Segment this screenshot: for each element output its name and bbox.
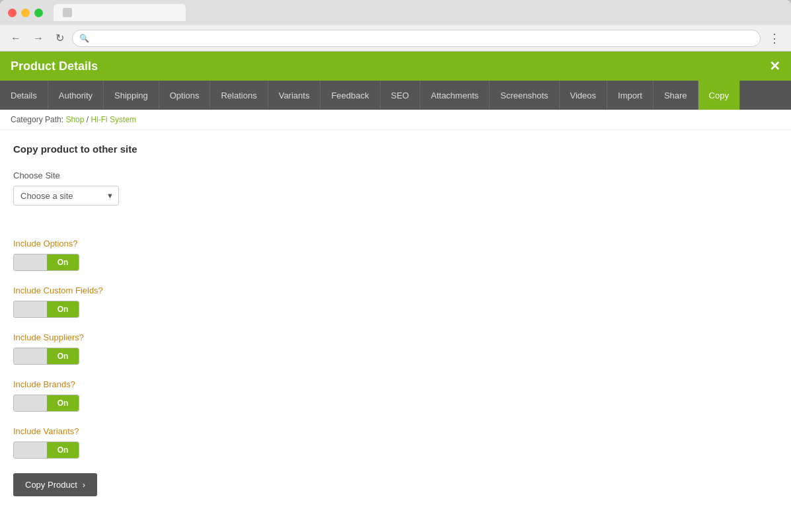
include-options-row: Include Options? On (13, 239, 778, 271)
forward-button[interactable]: → (29, 30, 48, 47)
tab-variants[interactable]: Variants (268, 81, 321, 110)
tabs-bar: Details Authority Shipping Options Relat… (0, 81, 791, 110)
search-icon: 🔍 (79, 34, 89, 43)
reload-button[interactable]: ↻ (52, 29, 68, 47)
breadcrumb-hifi[interactable]: Hi-Fi System (91, 115, 136, 124)
tab-share[interactable]: Share (654, 81, 698, 110)
address-bar[interactable]: 🔍 (72, 30, 761, 47)
breadcrumb-shop[interactable]: Shop (65, 115, 84, 124)
toggle-on-side: On (47, 301, 79, 317)
include-custom-fields-label: Include Custom Fields? (13, 285, 778, 295)
site-select[interactable]: Choose a site (13, 186, 119, 206)
breadcrumb: Category Path: Shop / Hi-Fi System (0, 110, 791, 130)
tab-shipping[interactable]: Shipping (104, 81, 159, 110)
browser-titlebar (0, 0, 791, 25)
minimize-button[interactable] (21, 9, 30, 17)
include-brands-label: Include Brands? (13, 379, 778, 389)
include-brands-row: Include Brands? On (13, 379, 778, 412)
maximize-button[interactable] (34, 9, 43, 17)
tab-videos[interactable]: Videos (560, 81, 608, 110)
toggle-off-side (14, 301, 47, 317)
include-options-toggle[interactable]: On (13, 254, 79, 271)
include-brands-toggle[interactable]: On (13, 395, 79, 412)
copy-product-button[interactable]: Copy Product › (13, 473, 97, 496)
toggle-off-side (14, 254, 47, 270)
copy-product-arrow-icon: › (83, 480, 85, 490)
close-button[interactable] (8, 9, 17, 17)
browser-toolbar: ← → ↻ 🔍 ⋮ (0, 25, 791, 52)
copy-product-label: Copy Product (25, 480, 77, 490)
app-title: Product Details (11, 59, 98, 73)
include-variants-row: Include Variants? On (13, 426, 778, 459)
include-custom-fields-row: Include Custom Fields? On (13, 285, 778, 318)
choose-site-label: Choose Site (13, 171, 778, 180)
browser-tab[interactable] (54, 4, 186, 21)
toggle-on-side: On (47, 442, 79, 458)
toggle-on-side: On (47, 395, 79, 411)
tab-copy[interactable]: Copy (698, 81, 740, 110)
app-close-button[interactable]: ✕ (769, 58, 780, 74)
tab-feedback[interactable]: Feedback (320, 81, 380, 110)
tab-seo[interactable]: SEO (381, 81, 420, 110)
browser-content: Product Details ✕ Details Authority Ship… (0, 52, 791, 532)
browser-window: ← → ↻ 🔍 ⋮ Product Details ✕ Details Auth… (0, 0, 791, 532)
app-header: Product Details ✕ (0, 52, 791, 81)
toggle-off-side (14, 442, 47, 458)
include-suppliers-label: Include Suppliers? (13, 332, 778, 342)
tab-options[interactable]: Options (159, 81, 211, 110)
tab-screenshots[interactable]: Screenshots (490, 81, 559, 110)
tab-favicon (63, 8, 72, 17)
main-content: Copy product to other site Choose Site C… (0, 130, 791, 532)
toggle-off-side (14, 348, 47, 364)
tab-import[interactable]: Import (607, 81, 654, 110)
toggle-on-side: On (47, 254, 79, 270)
toggle-on-side: On (47, 348, 79, 364)
page-heading: Copy product to other site (13, 143, 778, 155)
tab-relations[interactable]: Relations (210, 81, 268, 110)
include-options-label: Include Options? (13, 239, 778, 248)
site-select-wrapper: Choose a site ▼ (13, 186, 119, 206)
browser-buttons (8, 9, 43, 17)
include-custom-fields-toggle[interactable]: On (13, 301, 79, 318)
include-variants-toggle[interactable]: On (13, 441, 79, 459)
toggle-off-side (14, 395, 47, 411)
include-variants-label: Include Variants? (13, 426, 778, 436)
choose-site-section: Choose Site Choose a site ▼ (13, 171, 778, 224)
breadcrumb-prefix: Category Path: (11, 115, 63, 124)
tab-details[interactable]: Details (0, 81, 48, 110)
tab-authority[interactable]: Authority (48, 81, 104, 110)
include-suppliers-toggle[interactable]: On (13, 348, 79, 365)
include-suppliers-row: Include Suppliers? On (13, 332, 778, 365)
back-button[interactable]: ← (7, 30, 25, 47)
browser-menu-button[interactable]: ⋮ (765, 28, 784, 48)
tab-attachments[interactable]: Attachments (420, 81, 490, 110)
